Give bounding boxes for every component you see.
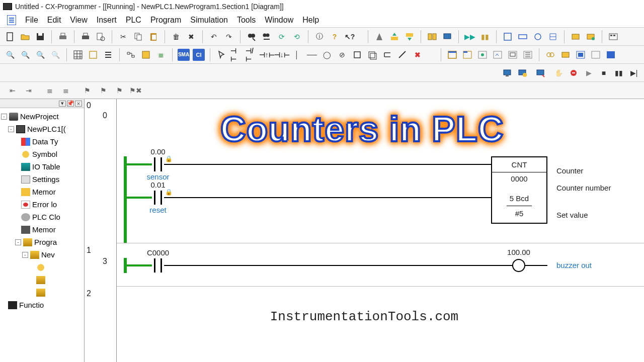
stop-icon[interactable]: ■: [598, 67, 610, 79]
align-r-icon[interactable]: ≣: [60, 85, 71, 96]
ladder-diagram[interactable]: 0 0 🔒 0.00 sensor 🔒 0.01 reset CNT 0000 …: [85, 99, 644, 362]
func2-icon[interactable]: [366, 49, 378, 61]
contact-reset[interactable]: [152, 191, 164, 205]
contact-open-icon[interactable]: ⊣ ⊢: [230, 49, 243, 61]
find-prev-icon[interactable]: ⟲: [291, 31, 303, 43]
sma-icon[interactable]: SMA: [178, 49, 190, 61]
tree-toggle-icon[interactable]: -: [15, 239, 21, 245]
undo-icon[interactable]: ↶: [208, 31, 220, 43]
line-tool-icon[interactable]: [396, 49, 409, 61]
menu-simulation[interactable]: Simulation: [190, 16, 228, 25]
zoom-out-icon[interactable]: 🔍: [34, 49, 46, 61]
tree-node-prg-symbols[interactable]: [1, 261, 83, 274]
pause2-icon[interactable]: ▮▮: [613, 67, 625, 79]
break2-icon[interactable]: [568, 67, 580, 79]
open-icon[interactable]: [19, 31, 31, 43]
find-next-icon[interactable]: ⟳: [276, 31, 288, 43]
tool-c-icon[interactable]: [532, 31, 544, 43]
watch-c-icon[interactable]: [575, 49, 587, 61]
new-icon[interactable]: [4, 31, 16, 43]
transfer-to-icon[interactable]: [388, 31, 400, 43]
contact-closed-icon[interactable]: ⊣/⊢: [246, 49, 258, 61]
contact-sensor[interactable]: [152, 157, 164, 171]
print-icon[interactable]: [57, 31, 69, 43]
contact-rising-icon[interactable]: ⊣↑⊢: [261, 49, 273, 61]
replace-icon[interactable]: [261, 31, 273, 43]
menu-insert[interactable]: Insert: [97, 16, 117, 25]
win-f-icon[interactable]: [522, 49, 534, 61]
info-icon[interactable]: ⓘ: [313, 31, 326, 43]
menu-window[interactable]: Window: [265, 16, 293, 25]
view-a-icon[interactable]: [87, 49, 99, 61]
coil-buzzer[interactable]: [512, 259, 525, 272]
flag1-icon[interactable]: ⚑: [82, 85, 93, 96]
hline-icon[interactable]: ──: [306, 49, 318, 61]
tree-node-plc[interactable]: - NewPLC1[(: [1, 123, 83, 135]
menu-tools[interactable]: Tools: [237, 16, 256, 25]
tree-node-function[interactable]: Functio: [1, 299, 83, 311]
func-icon[interactable]: [351, 49, 363, 61]
tree-node-error-log[interactable]: Error lo: [1, 198, 83, 211]
win-b-icon[interactable]: [461, 49, 473, 61]
redo-icon[interactable]: ↷: [223, 31, 235, 43]
tree-node-io-table[interactable]: IO Table: [1, 160, 83, 173]
tool-a-icon[interactable]: [502, 31, 514, 43]
tool-d-icon[interactable]: [547, 31, 559, 43]
tree-icon[interactable]: ≣: [155, 49, 167, 61]
save-icon[interactable]: [34, 31, 46, 43]
paste-icon[interactable]: [147, 31, 159, 43]
ci-icon[interactable]: CI: [193, 49, 205, 61]
help-icon[interactable]: ?: [329, 31, 341, 43]
xref-icon[interactable]: [125, 49, 137, 61]
zoom-fit-icon[interactable]: 🔍: [4, 49, 16, 61]
monitor-icon[interactable]: [441, 31, 453, 43]
align-l-icon[interactable]: ≣: [44, 85, 55, 96]
document-icon[interactable]: [7, 15, 16, 25]
watch-d-icon[interactable]: [590, 49, 602, 61]
tree-node-plc-clock[interactable]: PLC Clo: [1, 211, 83, 223]
menu-program[interactable]: Program: [150, 16, 181, 25]
tree-root[interactable]: - NewProject: [1, 110, 83, 123]
panel-close-icon[interactable]: ×: [75, 101, 82, 107]
coil-icon[interactable]: ◯: [321, 49, 333, 61]
win-a-icon[interactable]: [446, 49, 458, 61]
watch-b-icon[interactable]: [559, 49, 572, 61]
delete-line-icon[interactable]: ✖: [412, 49, 424, 61]
branch-icon[interactable]: [381, 49, 393, 61]
whats-this-icon[interactable]: ↖?: [344, 31, 356, 43]
panel-menu-icon[interactable]: ▾: [59, 101, 66, 107]
tree-node-section1[interactable]: [1, 274, 83, 286]
run-icon[interactable]: ▶▶: [464, 31, 476, 43]
tool-g-icon[interactable]: [607, 31, 619, 43]
counter-block[interactable]: CNT 0000 5 Bcd #5: [491, 156, 547, 224]
tree-node-memory2[interactable]: Memor: [1, 223, 83, 236]
outdent-icon[interactable]: ⇤: [7, 85, 18, 96]
tree-node-programs[interactable]: -Progra: [1, 236, 83, 248]
menu-help[interactable]: Help: [302, 16, 319, 25]
tree-node-memory[interactable]: Memor: [1, 186, 83, 198]
zoom-in-icon[interactable]: 🔍: [19, 49, 31, 61]
step-icon[interactable]: ▶|: [628, 67, 640, 79]
tool-f-icon[interactable]: [585, 31, 597, 43]
tree-toggle-icon[interactable]: -: [1, 114, 7, 120]
grid-icon[interactable]: [72, 49, 84, 61]
delete-icon[interactable]: 🗑: [170, 31, 182, 43]
watch-e-icon[interactable]: [605, 49, 617, 61]
delete2-icon[interactable]: ✖: [185, 31, 197, 43]
break-icon[interactable]: ✋: [552, 67, 565, 79]
sim-a-icon[interactable]: [501, 67, 513, 79]
transfer-from-icon[interactable]: [404, 31, 416, 43]
vline-icon[interactable]: │: [291, 49, 303, 61]
flag4-icon[interactable]: ⚑✖: [130, 85, 141, 96]
contact-falling-icon[interactable]: ⊣↓⊢: [276, 49, 288, 61]
section-icon[interactable]: [140, 49, 152, 61]
play-icon[interactable]: ▶: [583, 67, 595, 79]
cut-icon[interactable]: ✂: [117, 31, 129, 43]
menu-plc[interactable]: PLC: [126, 16, 141, 25]
sim-c-icon[interactable]: [534, 67, 546, 79]
tree-node-new-program[interactable]: -Nev: [1, 248, 83, 261]
tool-e-icon[interactable]: [570, 31, 582, 43]
sim-b-icon[interactable]: [516, 67, 528, 79]
menu-edit[interactable]: Edit: [47, 16, 61, 25]
flag3-icon[interactable]: ⚑: [114, 85, 125, 96]
